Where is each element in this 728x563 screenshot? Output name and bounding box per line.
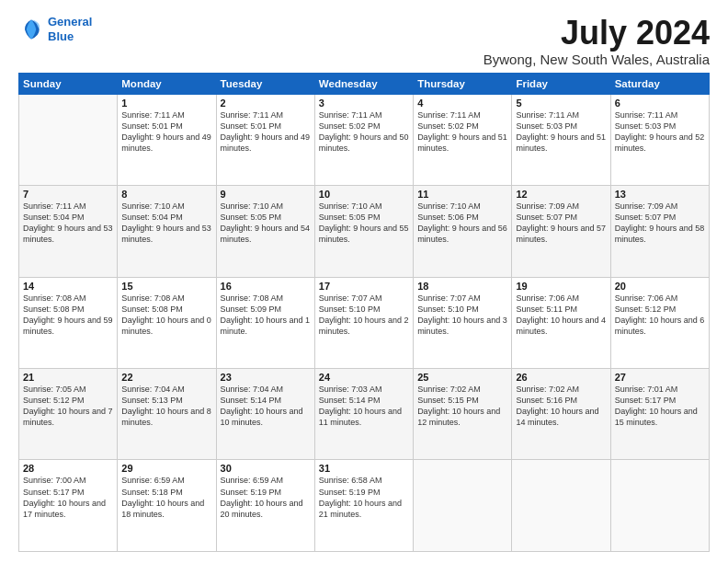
calendar-week-row: 7Sunrise: 7:11 AMSunset: 5:04 PMDaylight… <box>19 186 710 277</box>
day-number: 21 <box>23 372 113 383</box>
daylight-text: Daylight: 10 hours and 12 minutes. <box>417 406 507 428</box>
sunset-text: Sunset: 5:07 PM <box>516 212 606 223</box>
sunrise-text: Sunrise: 7:08 AM <box>221 293 311 304</box>
table-row: 24Sunrise: 7:03 AMSunset: 5:14 PMDayligh… <box>314 369 413 460</box>
sunrise-text: Sunrise: 6:58 AM <box>319 475 409 486</box>
table-row: 5Sunrise: 7:11 AMSunset: 5:03 PMDaylight… <box>512 94 610 185</box>
day-number: 11 <box>417 189 507 200</box>
daylight-text: Daylight: 9 hours and 51 minutes. <box>417 132 507 154</box>
subtitle: Bywong, New South Wales, Australia <box>483 52 710 67</box>
daylight-text: Daylight: 10 hours and 10 minutes. <box>221 406 311 428</box>
sunrise-text: Sunrise: 7:10 AM <box>417 201 507 212</box>
sunrise-text: Sunrise: 7:02 AM <box>417 384 507 395</box>
table-row: 18Sunrise: 7:07 AMSunset: 5:10 PMDayligh… <box>414 277 512 368</box>
page: General Blue July 2024 Bywong, New South… <box>0 0 728 563</box>
daylight-text: Daylight: 9 hours and 52 minutes. <box>615 132 705 154</box>
sunrise-text: Sunrise: 7:11 AM <box>319 109 409 121</box>
sunset-text: Sunset: 5:02 PM <box>319 121 409 132</box>
daylight-text: Daylight: 10 hours and 0 minutes. <box>121 315 211 337</box>
day-number: 28 <box>23 463 113 474</box>
table-row: 4Sunrise: 7:11 AMSunset: 5:02 PMDaylight… <box>414 94 512 185</box>
sunset-text: Sunset: 5:04 PM <box>121 212 211 223</box>
table-row: 17Sunrise: 7:07 AMSunset: 5:10 PMDayligh… <box>314 277 413 368</box>
logo: General Blue <box>18 15 92 43</box>
day-number: 31 <box>319 463 409 474</box>
day-number: 23 <box>221 372 311 383</box>
sunset-text: Sunset: 5:18 PM <box>121 487 211 498</box>
table-row <box>610 460 709 552</box>
sunrise-text: Sunrise: 7:09 AM <box>516 201 606 212</box>
daylight-text: Daylight: 9 hours and 50 minutes. <box>319 132 409 154</box>
logo-line1: General <box>48 15 92 29</box>
daylight-text: Daylight: 9 hours and 58 minutes. <box>615 223 705 245</box>
table-row: 27Sunrise: 7:01 AMSunset: 5:17 PMDayligh… <box>610 369 709 460</box>
day-number: 12 <box>516 189 606 200</box>
sunset-text: Sunset: 5:17 PM <box>615 395 705 406</box>
daylight-text: Daylight: 10 hours and 8 minutes. <box>121 406 211 428</box>
daylight-text: Daylight: 10 hours and 11 minutes. <box>319 406 409 428</box>
table-row: 13Sunrise: 7:09 AMSunset: 5:07 PMDayligh… <box>610 186 709 277</box>
logo-icon <box>18 17 44 42</box>
sunrise-text: Sunrise: 7:10 AM <box>319 201 409 212</box>
sunset-text: Sunset: 5:04 PM <box>23 212 113 223</box>
daylight-text: Daylight: 10 hours and 3 minutes. <box>417 315 507 337</box>
col-sunday: Sunday <box>19 73 118 94</box>
table-row: 26Sunrise: 7:02 AMSunset: 5:16 PMDayligh… <box>512 369 610 460</box>
sunrise-text: Sunrise: 7:06 AM <box>516 293 606 304</box>
day-number: 30 <box>221 463 311 474</box>
col-wednesday: Wednesday <box>314 73 413 94</box>
day-number: 24 <box>319 372 409 383</box>
table-row: 16Sunrise: 7:08 AMSunset: 5:09 PMDayligh… <box>216 277 314 368</box>
day-number: 7 <box>23 189 113 200</box>
day-number: 2 <box>221 98 311 109</box>
sunset-text: Sunset: 5:03 PM <box>516 121 606 132</box>
sunset-text: Sunset: 5:11 PM <box>516 304 606 315</box>
sunset-text: Sunset: 5:14 PM <box>319 395 409 406</box>
day-number: 3 <box>319 98 409 109</box>
daylight-text: Daylight: 10 hours and 18 minutes. <box>121 498 211 520</box>
daylight-text: Daylight: 10 hours and 1 minute. <box>221 315 311 337</box>
sunrise-text: Sunrise: 7:08 AM <box>121 293 211 304</box>
sunset-text: Sunset: 5:05 PM <box>221 212 311 223</box>
sunrise-text: Sunrise: 7:11 AM <box>417 109 507 121</box>
sunset-text: Sunset: 5:01 PM <box>121 121 211 132</box>
table-row <box>512 460 610 552</box>
sunrise-text: Sunrise: 7:11 AM <box>221 109 311 121</box>
day-number: 10 <box>319 189 409 200</box>
day-number: 8 <box>121 189 211 200</box>
sunset-text: Sunset: 5:12 PM <box>615 304 705 315</box>
daylight-text: Daylight: 10 hours and 6 minutes. <box>615 315 705 337</box>
daylight-text: Daylight: 9 hours and 53 minutes. <box>23 223 113 245</box>
day-number: 22 <box>121 372 211 383</box>
daylight-text: Daylight: 10 hours and 21 minutes. <box>319 498 409 520</box>
daylight-text: Daylight: 9 hours and 56 minutes. <box>417 223 507 245</box>
table-row: 29Sunrise: 6:59 AMSunset: 5:18 PMDayligh… <box>118 460 216 552</box>
table-row: 1Sunrise: 7:11 AMSunset: 5:01 PMDaylight… <box>118 94 216 185</box>
day-number: 5 <box>516 98 606 109</box>
table-row: 9Sunrise: 7:10 AMSunset: 5:05 PMDaylight… <box>216 186 314 277</box>
daylight-text: Daylight: 9 hours and 49 minutes. <box>121 132 211 154</box>
table-row: 15Sunrise: 7:08 AMSunset: 5:08 PMDayligh… <box>118 277 216 368</box>
logo-line2: Blue <box>48 29 74 43</box>
calendar-week-row: 1Sunrise: 7:11 AMSunset: 5:01 PMDaylight… <box>19 94 710 185</box>
sunrise-text: Sunrise: 7:09 AM <box>615 201 705 212</box>
table-row: 30Sunrise: 6:59 AMSunset: 5:19 PMDayligh… <box>216 460 314 552</box>
table-row <box>414 460 512 552</box>
daylight-text: Daylight: 10 hours and 15 minutes. <box>615 406 705 428</box>
sunrise-text: Sunrise: 7:02 AM <box>516 384 606 395</box>
main-title: July 2024 <box>483 15 710 52</box>
calendar-table: Sunday Monday Tuesday Wednesday Thursday… <box>18 73 710 552</box>
daylight-text: Daylight: 10 hours and 4 minutes. <box>516 315 606 337</box>
sunset-text: Sunset: 5:10 PM <box>319 304 409 315</box>
day-number: 27 <box>615 372 705 383</box>
daylight-text: Daylight: 10 hours and 20 minutes. <box>221 498 311 520</box>
sunset-text: Sunset: 5:15 PM <box>417 395 507 406</box>
sunset-text: Sunset: 5:13 PM <box>121 395 211 406</box>
sunrise-text: Sunrise: 7:04 AM <box>221 384 311 395</box>
sunrise-text: Sunrise: 7:07 AM <box>417 293 507 304</box>
sunrise-text: Sunrise: 6:59 AM <box>221 475 311 486</box>
day-number: 16 <box>221 281 311 292</box>
daylight-text: Daylight: 10 hours and 2 minutes. <box>319 315 409 337</box>
sunrise-text: Sunrise: 7:01 AM <box>615 384 705 395</box>
day-number: 29 <box>121 463 211 474</box>
